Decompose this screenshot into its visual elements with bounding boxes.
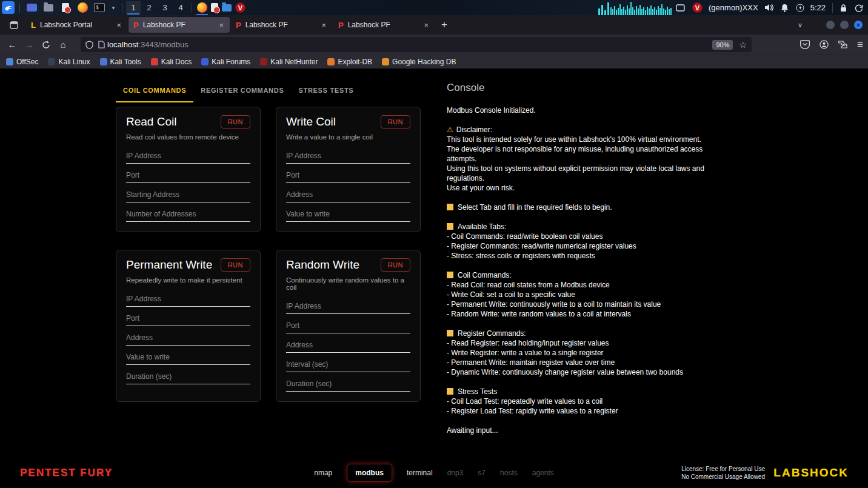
power-manager-tray-icon[interactable] bbox=[796, 4, 804, 12]
firefox-view-button[interactable] bbox=[5, 17, 23, 33]
tab-title: Labshock PF bbox=[143, 21, 218, 29]
run-button[interactable]: RUN bbox=[221, 258, 250, 272]
bookmark-item[interactable]: Kali NetHunter bbox=[260, 58, 318, 66]
run-button[interactable]: RUN bbox=[221, 115, 250, 129]
reload-button[interactable] bbox=[38, 41, 55, 49]
text-input[interactable]: IP Address bbox=[286, 295, 410, 314]
taskbar-window-vnc[interactable]: V bbox=[233, 0, 247, 15]
footer-nav-item[interactable]: agents bbox=[532, 469, 554, 477]
taskbar-window-editor[interactable] bbox=[209, 0, 220, 15]
text-input[interactable]: Value to write bbox=[286, 202, 410, 222]
text-input[interactable]: IP Address bbox=[126, 287, 250, 307]
bookmark-item[interactable]: Kali Linux bbox=[48, 58, 90, 66]
console-line: - Coil Load Test: repeatedly write value… bbox=[447, 396, 732, 406]
system-monitor-graph[interactable] bbox=[598, 0, 672, 15]
bookmark-item[interactable]: Exploit-DB bbox=[327, 58, 372, 66]
text-editor-launcher[interactable] bbox=[59, 2, 72, 14]
footer-nav-item[interactable]: s7 bbox=[478, 469, 486, 477]
url-text[interactable]: localhost:3443/modbus bbox=[107, 40, 189, 49]
bookmark-item[interactable]: Google Hacking DB bbox=[382, 58, 456, 66]
kali-menu-button[interactable] bbox=[2, 1, 15, 14]
file-manager-launcher[interactable] bbox=[42, 2, 55, 14]
workspace-button[interactable]: 1 bbox=[126, 1, 141, 15]
window-maximize-button[interactable] bbox=[840, 21, 849, 29]
text-input[interactable]: Port bbox=[286, 314, 410, 333]
browser-tab[interactable]: P Labshock PF × bbox=[333, 17, 435, 33]
browser-tab[interactable]: L Labshock Portal × bbox=[26, 17, 127, 33]
terminal-dropdown[interactable]: ▾ bbox=[110, 2, 116, 14]
volume-tray-icon[interactable] bbox=[764, 4, 773, 12]
workspace-button[interactable]: 3 bbox=[158, 1, 172, 15]
menu-hamburger-icon[interactable]: ≡ bbox=[857, 39, 863, 51]
run-button[interactable]: RUN bbox=[381, 258, 410, 272]
app-tab[interactable]: STRESS TESTS bbox=[291, 81, 361, 102]
home-button[interactable]: ⌂ bbox=[55, 39, 72, 50]
screenshot-tray-icon[interactable] bbox=[676, 4, 685, 12]
tab-close-icon[interactable]: × bbox=[115, 21, 122, 30]
footer-nav-item[interactable]: nmap bbox=[314, 469, 332, 477]
browser-tab[interactable]: P Labshock PF × bbox=[129, 17, 230, 33]
text-input[interactable]: Duration (sec) bbox=[126, 365, 250, 384]
forward-button[interactable]: → bbox=[21, 39, 38, 50]
run-button[interactable]: RUN bbox=[381, 115, 410, 129]
footer-nav-item[interactable]: hosts bbox=[500, 469, 518, 477]
footer-nav-item[interactable]: terminal bbox=[407, 469, 433, 477]
taskbar-window-files[interactable] bbox=[220, 0, 233, 15]
app-tab[interactable]: COIL COMMANDS bbox=[116, 81, 193, 102]
firefox-launcher[interactable] bbox=[76, 2, 88, 14]
tracking-shield-icon[interactable] bbox=[85, 41, 93, 49]
text-input[interactable]: Port bbox=[126, 307, 250, 326]
browser-tab[interactable]: P Labshock PF × bbox=[231, 17, 332, 33]
window-close-button[interactable]: × bbox=[854, 21, 863, 29]
text-input[interactable]: Duration (sec) bbox=[286, 372, 410, 392]
text-input[interactable]: Value to write bbox=[126, 346, 250, 365]
text-input[interactable]: Interval (sec) bbox=[286, 353, 410, 372]
bookmarks-list: OffSec Kali Linux Kali Tools Kali Docs K… bbox=[6, 58, 466, 66]
workspace-button[interactable]: 2 bbox=[142, 1, 156, 15]
site-info-icon[interactable] bbox=[98, 41, 105, 48]
console-line: Awaiting input... bbox=[447, 426, 732, 435]
text-input[interactable]: Number of Addresses bbox=[126, 202, 250, 222]
vnc-tray-icon[interactable]: V bbox=[692, 2, 703, 13]
new-tab-button[interactable]: + bbox=[435, 19, 453, 31]
bookmark-item[interactable]: Kali Docs bbox=[151, 58, 192, 66]
bookmark-item[interactable]: Kali Forums bbox=[201, 58, 250, 66]
footer-nav-item[interactable]: modbus bbox=[347, 464, 392, 482]
close-icon: × bbox=[856, 22, 860, 28]
account-icon[interactable] bbox=[820, 40, 829, 49]
console-line-text: Available Tabs: bbox=[458, 222, 506, 231]
bookmark-star-icon[interactable]: ☆ bbox=[739, 40, 747, 50]
logout-button[interactable] bbox=[855, 4, 863, 12]
console-line: Available Tabs: bbox=[447, 222, 732, 232]
show-desktop-button[interactable] bbox=[25, 2, 38, 14]
app-tab[interactable]: REGISTER COMMANDS bbox=[193, 81, 291, 102]
text-input[interactable]: Port bbox=[286, 164, 410, 183]
url-bar[interactable]: localhost:3443/modbus 90% ☆ bbox=[81, 37, 752, 52]
pocket-icon[interactable] bbox=[800, 40, 810, 49]
back-button[interactable]: ← bbox=[4, 39, 21, 50]
footer-nav-item[interactable]: dnp3 bbox=[447, 469, 464, 477]
clock[interactable]: 5:22 bbox=[810, 3, 826, 12]
text-input[interactable]: IP Address bbox=[126, 144, 250, 164]
list-all-tabs-chevron-icon[interactable]: ∨ bbox=[798, 21, 803, 29]
taskbar-window-firefox[interactable] bbox=[195, 0, 209, 15]
tab-close-icon[interactable]: × bbox=[320, 21, 327, 30]
terminal-launcher[interactable]: $ bbox=[93, 2, 105, 14]
window-minimize-button[interactable] bbox=[826, 21, 835, 29]
text-input[interactable]: Starting Address bbox=[126, 183, 250, 202]
extensions-puzzle-icon[interactable] bbox=[838, 40, 847, 49]
text-input[interactable]: IP Address bbox=[286, 144, 410, 164]
text-input[interactable]: Address bbox=[286, 333, 410, 353]
zoom-level-badge[interactable]: 90% bbox=[712, 40, 733, 50]
notifications-tray-icon[interactable] bbox=[781, 4, 789, 12]
tab-title: Labshock PF bbox=[245, 21, 321, 29]
bookmark-item[interactable]: OffSec bbox=[6, 58, 38, 66]
bookmark-item[interactable]: Kali Tools bbox=[100, 58, 141, 66]
text-input[interactable]: Address bbox=[286, 183, 410, 202]
lock-screen-button[interactable] bbox=[840, 4, 847, 12]
text-input[interactable]: Address bbox=[126, 326, 250, 346]
tab-close-icon[interactable]: × bbox=[422, 21, 430, 30]
tab-close-icon[interactable]: × bbox=[218, 21, 225, 30]
workspace-button[interactable]: 4 bbox=[173, 1, 188, 15]
text-input[interactable]: Port bbox=[126, 164, 250, 183]
